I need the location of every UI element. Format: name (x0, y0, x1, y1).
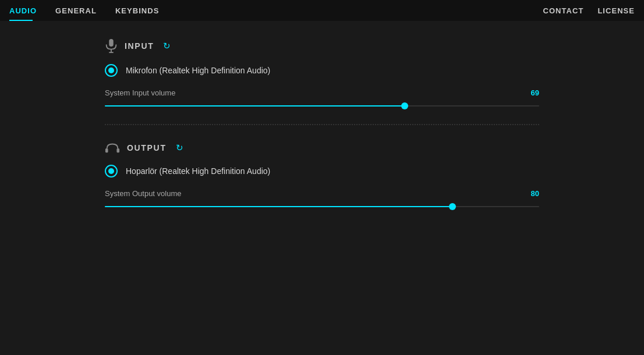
nav-item-keybinds[interactable]: KEYBINDS (115, 4, 160, 17)
headphones-icon (105, 141, 120, 154)
nav-item-contact[interactable]: CONTACT (543, 4, 584, 17)
nav-item-audio[interactable]: AUDIO (9, 4, 37, 17)
nav-left: AUDIO GENERAL KEYBINDS (9, 4, 159, 17)
microphone-icon (105, 38, 118, 54)
input-device-name: Mikrofon (Realtek High Definition Audio) (126, 66, 270, 75)
output-radio-button[interactable] (105, 165, 118, 178)
output-volume-value: 80 (531, 189, 539, 198)
input-volume-value: 69 (531, 88, 539, 97)
input-slider-thumb[interactable] (401, 102, 408, 109)
input-radio-inner (108, 68, 114, 73)
output-slider-track (105, 206, 539, 207)
input-title: INPUT (125, 41, 154, 51)
nav-bar: AUDIO GENERAL KEYBINDS CONTACT LICENSE (0, 0, 644, 21)
main-content: INPUT ↻ Mikrofon (Realtek High Definitio… (0, 21, 644, 240)
output-refresh-icon[interactable]: ↻ (176, 143, 183, 153)
svg-rect-0 (109, 39, 113, 47)
svg-rect-4 (116, 148, 119, 152)
input-section: INPUT ↻ Mikrofon (Realtek High Definitio… (105, 38, 539, 110)
input-refresh-icon[interactable]: ↻ (163, 41, 171, 51)
section-divider (105, 124, 539, 125)
output-slider-thumb[interactable] (449, 203, 456, 210)
input-slider-container[interactable] (105, 102, 539, 110)
output-device-row: Hoparlör (Realtek High Definition Audio) (105, 165, 539, 178)
output-slider-container[interactable] (105, 203, 539, 211)
output-title: OUTPUT (127, 143, 167, 152)
nav-right: CONTACT LICENSE (543, 4, 635, 17)
output-section-header: OUTPUT ↻ (105, 141, 539, 154)
nav-item-general[interactable]: GENERAL (55, 4, 97, 17)
output-section: OUTPUT ↻ Hoparlör (Realtek High Definiti… (105, 141, 539, 211)
output-radio-inner (108, 168, 114, 174)
output-device-name: Hoparlör (Realtek High Definition Audio) (126, 166, 270, 176)
output-volume-label: System Output volume (105, 189, 182, 198)
nav-active-underline (9, 20, 33, 21)
output-slider-fill (105, 206, 452, 207)
svg-rect-3 (105, 148, 108, 152)
input-volume-label: System Input volume (105, 88, 175, 97)
input-section-header: INPUT ↻ (105, 38, 539, 54)
input-volume-row: System Input volume 69 (105, 88, 539, 97)
input-radio-button[interactable] (105, 64, 118, 77)
input-slider-track (105, 105, 539, 106)
input-device-row: Mikrofon (Realtek High Definition Audio) (105, 64, 539, 77)
nav-item-license[interactable]: LICENSE (597, 4, 635, 17)
input-slider-fill (105, 105, 405, 106)
output-volume-row: System Output volume 80 (105, 189, 539, 198)
